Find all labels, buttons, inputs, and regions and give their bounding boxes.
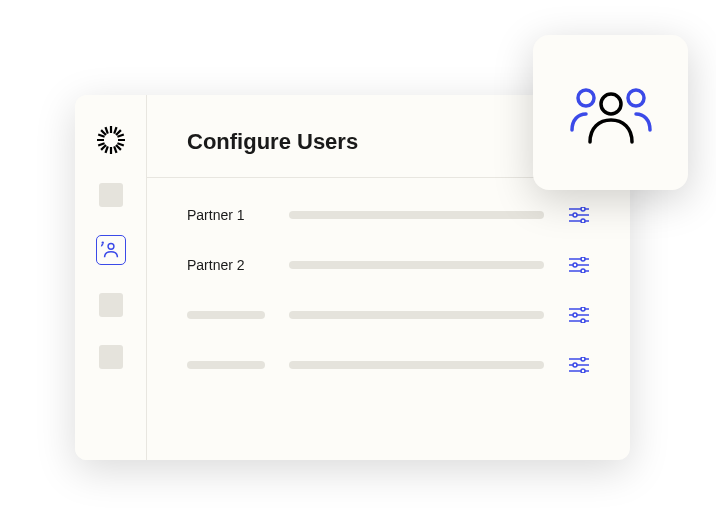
user-row-placeholder-bar [289,361,544,369]
row-settings-button[interactable] [568,204,590,226]
svg-point-27 [573,263,577,267]
sidebar-nav-item-users[interactable] [96,235,126,265]
user-row-label: Partner 1 [187,207,265,223]
svg-point-42 [578,90,594,106]
user-row: Partner 1 [187,204,590,226]
svg-point-33 [573,313,577,317]
svg-line-13 [117,135,123,137]
svg-point-19 [581,207,585,211]
sliders-icon [569,357,589,373]
svg-line-10 [98,135,104,137]
user-row-placeholder-bar [289,211,544,219]
user-row-label: Partner 2 [187,257,265,273]
user-icon [100,239,122,261]
svg-line-5 [116,145,121,150]
svg-line-6 [101,145,106,150]
svg-point-29 [581,269,585,273]
svg-point-41 [581,369,585,373]
users-group-icon [566,78,656,148]
svg-point-37 [581,357,585,361]
svg-point-44 [601,94,621,114]
row-settings-button[interactable] [568,304,590,326]
user-row [187,304,590,326]
user-row [187,354,590,376]
sliders-icon [569,207,589,223]
svg-point-23 [581,219,585,223]
svg-point-39 [573,363,577,367]
svg-point-25 [581,257,585,261]
svg-line-4 [101,130,106,135]
svg-line-14 [105,146,107,152]
user-list: Partner 1 Partner 2 [147,178,630,376]
sliders-icon [569,257,589,273]
svg-line-7 [116,130,121,135]
svg-line-15 [114,127,116,133]
floating-users-card [533,35,688,190]
svg-line-9 [114,146,116,152]
user-row: Partner 2 [187,254,590,276]
sliders-icon [569,307,589,323]
logo-sunburst-icon [96,125,126,155]
sidebar-nav-item-4[interactable] [99,345,123,369]
user-row-placeholder-bar [289,261,544,269]
sidebar-nav-item-1[interactable] [99,183,123,207]
user-row-placeholder-bar [289,311,544,319]
svg-point-16 [108,243,114,249]
sidebar-nav-item-3[interactable] [99,293,123,317]
row-settings-button[interactable] [568,254,590,276]
sidebar [75,95,147,460]
svg-point-35 [581,319,585,323]
svg-point-21 [573,213,577,217]
user-row-label-placeholder [187,311,265,319]
user-row-label-placeholder [187,361,265,369]
page-title: Configure Users [187,129,358,155]
svg-point-17 [101,241,103,243]
svg-line-11 [117,143,123,145]
svg-point-31 [581,307,585,311]
svg-line-12 [98,143,104,145]
row-settings-button[interactable] [568,354,590,376]
svg-line-8 [105,127,107,133]
svg-point-43 [628,90,644,106]
